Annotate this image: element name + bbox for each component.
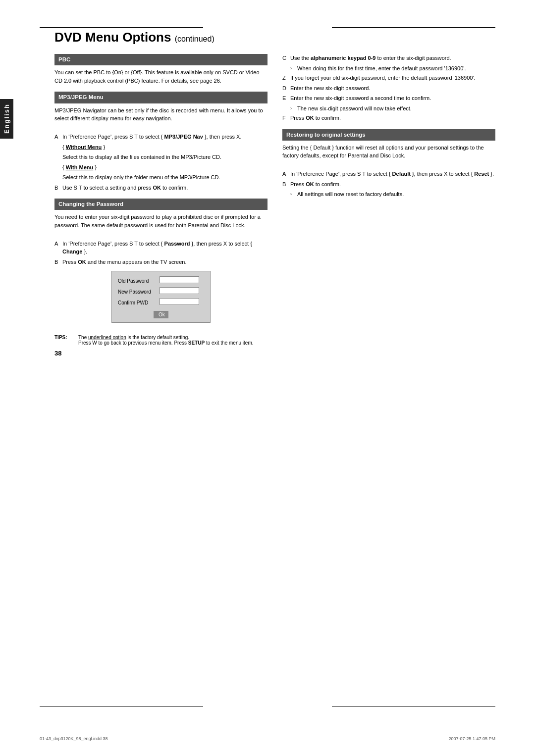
restore-step-b: B Press OK to confirm. [282, 180, 495, 189]
pwd-step-z: Z If you forget your old six-digit passw… [282, 74, 495, 82]
with-menu-header: { With Menu } [62, 163, 268, 172]
step-c-content: Use the alphanumeric keypad 0-9 to enter… [290, 54, 495, 62]
pwd-step-d: D Enter the new six-digit password. [282, 84, 495, 93]
tips-line2: Press W to go back to previous menu item… [78, 340, 495, 346]
confirm-pwd-input[interactable] [160, 298, 199, 305]
pwd-step-c: C Use the alphanumeric keypad 0-9 to ent… [282, 54, 495, 62]
step-a-label: A [54, 133, 60, 141]
without-menu-block: { Without Menu } Select this to display … [54, 143, 268, 161]
restore-step-b-label: B [282, 180, 288, 189]
mp3jpeg-step-a: A In 'Preference Page', press S T to sel… [54, 133, 268, 141]
right-column: C Use the alphanumeric keypad 0-9 to ent… [282, 54, 495, 330]
new-password-input[interactable] [160, 287, 199, 294]
bullet-dot-c: › [290, 65, 294, 73]
pwd-step-a-content: In 'Preference Page', press S T to selec… [62, 240, 268, 256]
password-header-text: Changing the Password [58, 201, 123, 207]
without-menu-text: Select this to display all the files con… [62, 153, 268, 161]
mp3jpeg-step-b: B Use S T to select a setting and press … [54, 184, 268, 192]
pbc-content: You can set the PBC to {On} or {Off}. Th… [54, 68, 268, 85]
tips-content: The underlined option is the factory def… [78, 335, 495, 346]
password-dialog: Old Password New Password Confirm PWD Ok [111, 271, 211, 323]
mp3jpeg-section: MP3/JPEG Menu MP3/JPEG Navigator can be … [54, 92, 268, 192]
mp3jpeg-header-text: MP3/JPEG Menu [58, 94, 104, 100]
old-password-input-cell [158, 275, 206, 286]
confirm-pwd-label: Confirm PWD [116, 297, 158, 308]
step-d-label: D [282, 84, 288, 93]
step-e-content: Enter the new six-digit password a secon… [290, 94, 495, 102]
language-label: English [3, 104, 10, 134]
password-header: Changing the Password [54, 199, 268, 210]
restore-section: Restoring to original settings Setting t… [282, 129, 495, 199]
confirm-pwd-row: Confirm PWD [116, 297, 206, 308]
footer-right: 2007-07-25 1:47:05 PM [448, 736, 495, 741]
with-menu-text: Select this to display only the folder m… [62, 173, 268, 182]
password-section: Changing the Password You need to enter … [54, 199, 268, 323]
confirm-pwd-input-cell [158, 297, 206, 308]
new-password-row: New Password [116, 286, 206, 297]
without-menu-header: { Without Menu } [62, 143, 268, 151]
step-d-content: Enter the new six-digit password. [290, 84, 495, 93]
content-columns: PBC You can set the PBC to {On} or {Off}… [54, 54, 495, 330]
tips-section: TIPS: The underlined option is the facto… [54, 335, 495, 346]
password-continuation: C Use the alphanumeric keypad 0-9 to ent… [282, 54, 495, 122]
pbc-header: PBC [54, 54, 268, 65]
restore-step-b-content: Press OK to confirm. [290, 180, 495, 189]
with-menu-block: { With Menu } Select this to display onl… [54, 163, 268, 182]
new-password-input-cell [158, 286, 206, 297]
step-z-label: Z [282, 74, 288, 82]
password-step-b: B Press OK and the menu appears on the T… [54, 258, 268, 266]
restore-step-b-bullet: › All settings will now reset to factory… [282, 190, 495, 199]
old-password-label: Old Password [116, 275, 158, 286]
left-column: PBC You can set the PBC to {On} or {Off}… [54, 54, 268, 330]
old-password-input[interactable] [160, 276, 199, 283]
step-z-content: If you forget your old six-digit passwor… [290, 74, 495, 82]
step-a-content: In 'Preference Page', press S T to selec… [62, 133, 268, 141]
step-f-label: F [282, 114, 288, 122]
pwd-step-e: E Enter the new six-digit password a sec… [282, 94, 495, 102]
footer-left: 01-43_dvp3120K_98_engl.indd 38 [40, 736, 108, 741]
old-password-row: Old Password [116, 275, 206, 286]
pwd-step-b-label: B [54, 258, 60, 266]
step-c-bullet: › When doing this for the first time, en… [282, 64, 495, 73]
restore-step-a: A In 'Preference Page', press S T to sel… [282, 170, 495, 178]
top-border-right [332, 27, 495, 28]
step-c-bullet-text: When doing this for the first time, ente… [297, 64, 466, 73]
page-number-text: 38 [54, 350, 61, 357]
password-table: Old Password New Password Confirm PWD [116, 275, 206, 308]
restore-intro: Setting the { Default } function will re… [282, 144, 495, 160]
pbc-section: PBC You can set the PBC to {On} or {Off}… [54, 54, 268, 85]
pwd-step-a-label: A [54, 240, 60, 256]
page-title: DVD Menu Options (continued) [54, 30, 495, 45]
title-text: DVD Menu Options [54, 30, 171, 45]
bottom-border-left [40, 706, 203, 706]
step-f-content: Press OK to confirm. [290, 114, 495, 122]
footer: 01-43_dvp3120K_98_engl.indd 38 2007-07-2… [40, 736, 495, 741]
password-intro: You need to enter your six-digit passwor… [54, 213, 268, 229]
mp3jpeg-header: MP3/JPEG Menu [54, 92, 268, 103]
page-wrapper: English DVD Menu Options (continued) PBC… [0, 0, 535, 756]
pwd-step-b-content: Press OK and the menu appears on the TV … [62, 258, 268, 266]
restore-header-text: Restoring to original settings [286, 132, 366, 138]
pwd-step-f: F Press OK to confirm. [282, 114, 495, 122]
step-c-label: C [282, 54, 288, 62]
step-b-label: B [54, 184, 60, 192]
language-tab: English [0, 99, 13, 139]
mp3jpeg-intro: MP3/JPEG Navigator can be set only if th… [54, 106, 268, 123]
new-password-label: New Password [116, 286, 158, 297]
step-b-content: Use S T to select a setting and press OK… [62, 184, 268, 192]
page-number: 38 [54, 350, 495, 357]
restore-header: Restoring to original settings [282, 129, 495, 141]
pbc-header-text: PBC [58, 56, 70, 62]
step-e-bullet-text: The new six-digit password will now take… [297, 104, 412, 113]
step-e-bullet: › The new six-digit password will now ta… [282, 104, 495, 113]
tips-line1: The underlined option is the factory def… [78, 335, 495, 340]
dialog-ok-button[interactable]: Ok [154, 311, 168, 318]
tips-underline-text: underlined option [88, 335, 126, 340]
bullet-dot-b: › [290, 191, 294, 199]
bottom-border-right [332, 706, 495, 706]
bullet-dot-e: › [290, 105, 294, 113]
password-step-a: A In 'Preference Page', press S T to sel… [54, 240, 268, 256]
restore-step-a-content: In 'Preference Page', press S T to selec… [290, 170, 495, 178]
step-e-label: E [282, 94, 288, 102]
restore-bullet-text: All settings will now reset to factory d… [297, 190, 404, 199]
